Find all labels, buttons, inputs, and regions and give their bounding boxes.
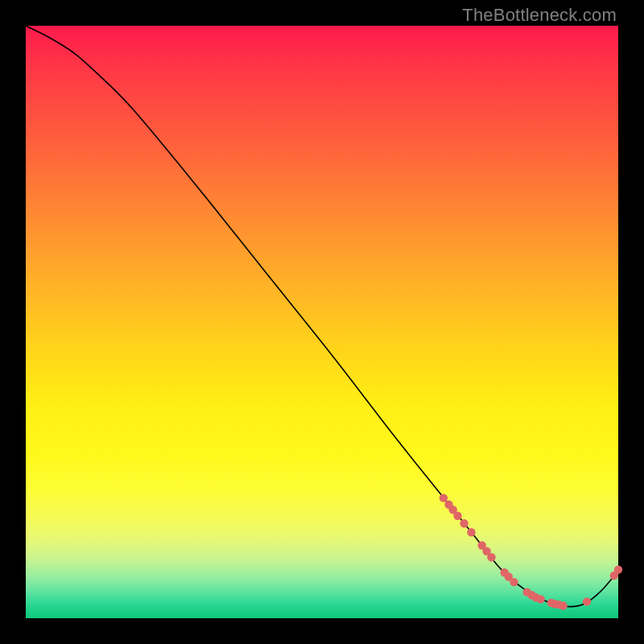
bottleneck-curve bbox=[26, 26, 618, 607]
data-point bbox=[467, 528, 475, 536]
watermark-text: TheBottleneck.com bbox=[462, 5, 617, 26]
data-point bbox=[583, 597, 591, 605]
data-point bbox=[460, 519, 468, 527]
data-point bbox=[453, 512, 461, 520]
data-point bbox=[614, 565, 622, 573]
data-point bbox=[487, 553, 495, 561]
data-point bbox=[536, 595, 544, 603]
plot-area bbox=[26, 26, 618, 618]
chart-overlay bbox=[26, 26, 618, 618]
data-point bbox=[559, 601, 567, 609]
data-point bbox=[440, 493, 448, 502]
chart-stage: TheBottleneck.com bbox=[0, 0, 644, 644]
data-point bbox=[510, 578, 518, 586]
data-points-group bbox=[440, 493, 623, 609]
